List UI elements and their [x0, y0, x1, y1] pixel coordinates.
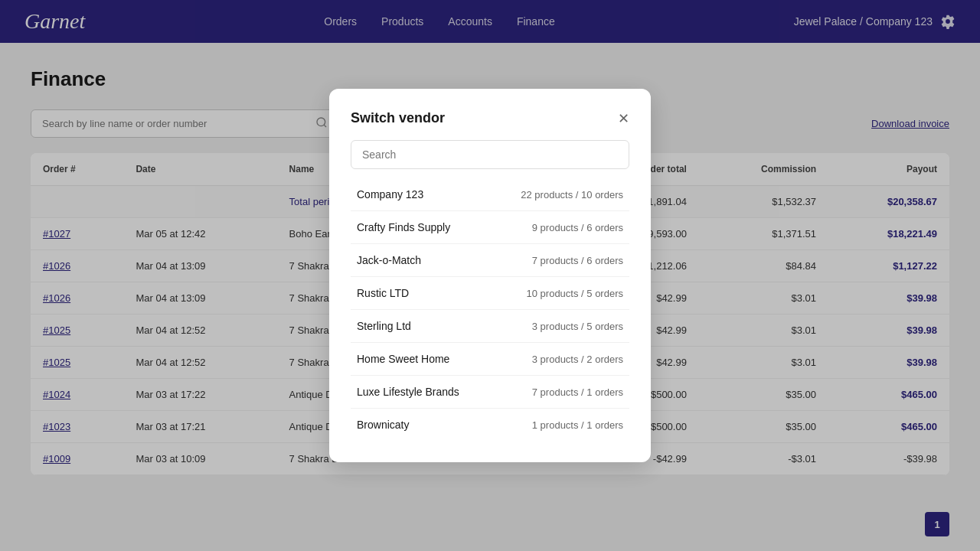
modal-close-button[interactable]: ✕ — [618, 112, 629, 126]
vendor-item[interactable]: Sterling Ltd 3 products / 5 orders — [351, 310, 629, 343]
vendor-meta: 1 products / 1 orders — [532, 419, 623, 431]
vendor-meta: 10 products / 5 orders — [527, 288, 623, 299]
vendor-name: Rustic LTD — [357, 287, 409, 299]
vendor-list: Company 123 22 products / 10 orders Craf… — [351, 178, 629, 441]
vendor-name: Sterling Ltd — [357, 320, 411, 332]
vendor-search-input[interactable] — [351, 140, 629, 169]
vendor-name: Luxe Lifestyle Brands — [357, 386, 459, 398]
vendor-meta: 9 products / 6 orders — [532, 222, 623, 233]
vendor-name: Company 123 — [357, 188, 423, 201]
modal-search-wrap — [351, 140, 629, 169]
vendor-item[interactable]: Home Sweet Home 3 products / 2 orders — [351, 343, 629, 376]
vendor-item[interactable]: Rustic LTD 10 products / 5 orders — [351, 277, 629, 310]
vendor-item[interactable]: Luxe Lifestyle Brands 7 products / 1 ord… — [351, 376, 629, 409]
vendor-meta: 7 products / 6 orders — [532, 255, 623, 266]
vendor-meta: 7 products / 1 orders — [532, 386, 623, 398]
vendor-name: Brownicaty — [357, 419, 409, 431]
vendor-meta: 3 products / 2 orders — [532, 354, 623, 365]
modal-title: Switch vendor — [351, 110, 445, 126]
vendor-item[interactable]: Brownicaty 1 products / 1 orders — [351, 409, 629, 441]
vendor-meta: 22 products / 10 orders — [521, 189, 623, 201]
vendor-item[interactable]: Company 123 22 products / 10 orders — [351, 178, 629, 211]
switch-vendor-modal: Switch vendor ✕ Company 123 22 products … — [329, 89, 651, 462]
modal-header: Switch vendor ✕ — [351, 110, 629, 126]
vendor-meta: 3 products / 5 orders — [532, 321, 623, 332]
vendor-item[interactable]: Crafty Finds Supply 9 products / 6 order… — [351, 211, 629, 244]
vendor-item[interactable]: Jack-o-Match 7 products / 6 orders — [351, 244, 629, 277]
modal-overlay: Switch vendor ✕ Company 123 22 products … — [0, 0, 980, 551]
vendor-name: Crafty Finds Supply — [357, 221, 450, 233]
vendor-name: Jack-o-Match — [357, 254, 421, 266]
vendor-name: Home Sweet Home — [357, 353, 449, 365]
